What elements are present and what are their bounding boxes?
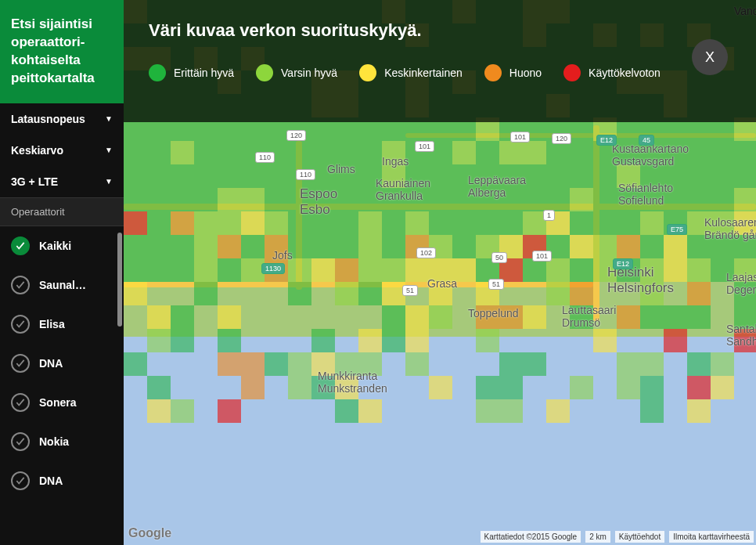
coverage-cell [499,376,523,399]
coverage-cell [194,141,218,164]
coverage-cell [452,211,476,235]
city-label: Glims [327,163,355,175]
filter-network[interactable]: 3G + LTE ▼ [0,166,124,197]
coverage-cell [499,141,523,164]
coverage-cell [335,399,358,423]
coverage-cell [147,211,171,235]
legend-swatch [484,64,502,81]
sidebar-title: Etsi sijaintisi operaattori-kohtaiselta … [0,0,124,103]
coverage-cell [593,211,617,235]
coverage-cell [171,399,194,423]
map-scale: 2 km [585,531,610,543]
coverage-cell [241,352,265,376]
coverage-cell [593,235,617,258]
google-logo: Google [128,526,171,540]
coverage-cell [640,235,664,258]
coverage-cell [429,164,452,188]
coverage-cell [570,258,593,282]
coverage-cell [640,211,664,235]
coverage-cell [241,188,265,211]
legend-item: Käyttökelvoton [563,64,661,81]
coverage-cell [147,376,171,399]
coverage-cell [570,188,593,211]
coverage-cell [546,188,570,211]
operators-section-label: Operaattorit [0,197,124,226]
operator-label: Saunal… [39,279,113,291]
coverage-cell [687,258,711,282]
map-terms[interactable]: Käyttöehdot [615,531,664,543]
coverage-cell [687,305,711,329]
coverage-cell [194,211,218,235]
coverage-cell [593,329,617,352]
coverage-cell [335,188,358,211]
coverage-cell [382,211,405,235]
filter-speed-label: Latausnopeus [11,113,85,125]
coverage-cell [241,164,265,188]
coverage-cell [640,352,664,376]
road-shield: 120 [552,133,571,144]
operator-item[interactable]: Sonera [0,383,124,422]
coverage-cell [429,376,452,399]
coverage-cell [358,329,382,352]
operator-item[interactable]: DNA [0,461,124,500]
legend-label: Varsin hyvä [281,67,337,79]
coverage-cell [405,329,429,352]
coverage-cell [358,399,382,423]
road-shield: 110 [296,169,315,180]
coverage-cell [241,235,265,258]
coverage-cell [687,164,711,188]
filter-speed[interactable]: Latausnopeus ▼ [0,103,124,135]
coverage-cell [265,211,288,235]
road-shield: 1 [543,210,555,221]
coverage-cell [218,235,241,258]
road-shield: E75 [667,224,687,235]
coverage-cell [335,282,358,305]
coverage-cell [171,329,194,352]
coverage-cell [124,352,147,376]
coverage-cell [194,164,218,188]
road-shield: E12 [596,135,617,146]
coverage-cell [147,235,171,258]
coverage-cell [288,258,311,282]
coverage-cell [570,235,593,258]
coverage-cell [382,235,405,258]
coverage-cell [687,352,711,376]
legend-item: Keskinkertainen [359,64,463,81]
caret-down-icon: ▼ [105,177,113,186]
operator-item[interactable]: DNA [0,344,124,383]
coverage-cell [734,188,756,211]
scrollbar[interactable] [117,233,122,327]
check-icon [11,276,30,294]
coverage-cell [711,188,734,211]
operator-item[interactable]: Nokia [0,422,124,461]
coverage-cell [147,164,171,188]
operator-label: Nokia [39,435,113,448]
map-report[interactable]: Ilmoita karttavirheestä [669,531,754,543]
filter-average[interactable]: Keskiarvo ▼ [0,135,124,166]
close-button[interactable]: X [692,39,728,75]
operator-item[interactable]: Saunal… [0,265,124,305]
map[interactable]: EspooEsboHelsinkiHelsingforsVandaKauniai… [124,0,756,545]
coverage-cell [570,211,593,235]
coverage-cell [499,211,523,235]
coverage-cell [523,352,546,376]
check-icon [11,315,30,334]
coverage-cell [218,305,241,329]
coverage-cell [640,305,664,329]
coverage-cell [382,258,405,282]
check-icon [11,393,30,412]
road-shield: 45 [639,135,654,146]
operator-item[interactable]: Kaikki [0,226,124,265]
city-label: LeppävaaraAlberga [468,174,526,199]
coverage-cell [687,282,711,305]
coverage-cell [311,235,335,258]
coverage-cell [523,188,546,211]
coverage-cell [687,376,711,399]
city-label: Ingas [382,155,409,168]
coverage-cell [218,141,241,164]
city-label: SöfianlehtoSofielund [618,182,673,207]
operator-item[interactable]: Elisa [0,305,124,344]
operator-label: Elisa [39,318,113,330]
coverage-cell [265,188,288,211]
coverage-cell [241,211,265,235]
